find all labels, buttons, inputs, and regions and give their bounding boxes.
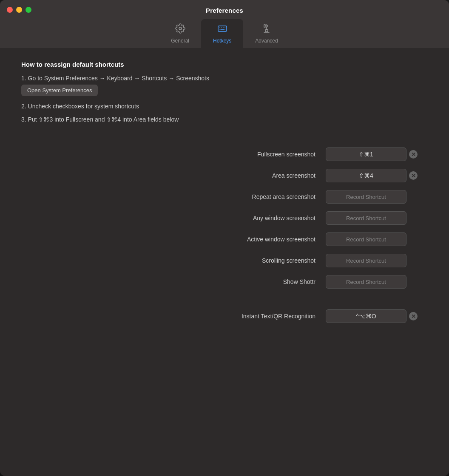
instruction-step-3: 3. Put ⇧⌘3 into Fullscreen and ⇧⌘4 into … bbox=[21, 115, 428, 124]
divider-bottom bbox=[21, 299, 428, 299]
shortcut-control-fullscreen: ⇧⌘1 ✕ bbox=[326, 147, 428, 161]
shortcut-field-show-shottr[interactable]: Record Shortcut bbox=[326, 275, 406, 289]
tab-general-label: General bbox=[171, 38, 189, 44]
shortcut-field-instant-text[interactable]: ^⌥⌘O bbox=[326, 309, 406, 323]
window-title: Preferences bbox=[206, 7, 243, 14]
shortcut-control-repeat-area: Record Shortcut bbox=[326, 190, 428, 204]
shortcut-label-any-window: Any window screenshot bbox=[21, 215, 315, 221]
shortcut-field-area[interactable]: ⇧⌘4 bbox=[326, 169, 406, 182]
maximize-button[interactable] bbox=[26, 7, 31, 13]
shortcut-control-area: ⇧⌘4 ✕ bbox=[326, 169, 428, 182]
microscope-icon bbox=[261, 23, 272, 35]
clear-fullscreen-icon: ✕ bbox=[409, 150, 418, 159]
shortcut-row-fullscreen: Fullscreen screenshot ⇧⌘1 ✕ bbox=[21, 146, 428, 163]
tabs-bar: General Hotkeys bbox=[159, 19, 290, 48]
tab-hotkeys[interactable]: Hotkeys bbox=[201, 19, 243, 48]
shortcut-row-repeat-area: Repeat area screenshot Record Shortcut bbox=[21, 188, 428, 205]
traffic-lights bbox=[7, 7, 31, 13]
bottom-shortcuts-grid: Instant Text/QR Recognition ^⌥⌘O ✕ bbox=[21, 308, 428, 325]
shortcut-row-instant-text: Instant Text/QR Recognition ^⌥⌘O ✕ bbox=[21, 308, 428, 325]
instruction-step-2: 2. Uncheck checkboxes for system shortcu… bbox=[21, 102, 428, 111]
clear-area-button[interactable]: ✕ bbox=[408, 170, 418, 181]
tab-advanced[interactable]: Advanced bbox=[243, 19, 290, 48]
shortcut-row-active-window: Active window screenshot Record Shortcut bbox=[21, 231, 428, 248]
shortcut-control-any-window: Record Shortcut bbox=[326, 211, 428, 225]
clear-fullscreen-button[interactable]: ✕ bbox=[408, 149, 418, 159]
clear-area-icon: ✕ bbox=[409, 171, 418, 180]
open-system-prefs-button[interactable]: Open System Preferences bbox=[21, 85, 98, 96]
instructions-heading: How to reassign default shortcuts bbox=[21, 61, 428, 68]
shortcut-row-area: Area screenshot ⇧⌘4 ✕ bbox=[21, 167, 428, 184]
shortcut-field-any-window[interactable]: Record Shortcut bbox=[326, 211, 406, 225]
minimize-button[interactable] bbox=[16, 7, 22, 13]
shortcut-field-active-window[interactable]: Record Shortcut bbox=[326, 232, 406, 246]
shortcut-control-show-shottr: Record Shortcut bbox=[326, 275, 428, 289]
tab-hotkeys-label: Hotkeys bbox=[213, 38, 231, 44]
close-button[interactable] bbox=[7, 7, 13, 13]
shortcut-label-scrolling: Scrolling screenshot bbox=[21, 257, 315, 264]
shortcut-control-active-window: Record Shortcut bbox=[326, 232, 428, 246]
tab-general[interactable]: General bbox=[159, 19, 201, 48]
shortcut-label-fullscreen: Fullscreen screenshot bbox=[21, 151, 315, 158]
instructions-section: How to reassign default shortcuts 1. Go … bbox=[21, 61, 428, 124]
svg-rect-0 bbox=[218, 26, 227, 31]
hotkeys-icon bbox=[217, 23, 227, 35]
shortcut-control-instant-text: ^⌥⌘O ✕ bbox=[326, 309, 428, 323]
title-bar: Preferences General bbox=[0, 0, 449, 48]
shortcut-label-area: Area screenshot bbox=[21, 172, 315, 179]
clear-instant-text-button[interactable]: ✕ bbox=[408, 311, 418, 321]
divider-top bbox=[21, 137, 428, 137]
shortcut-label-active-window: Active window screenshot bbox=[21, 236, 315, 243]
shortcut-row-show-shottr: Show Shottr Record Shortcut bbox=[21, 273, 428, 290]
shortcut-row-scrolling: Scrolling screenshot Record Shortcut bbox=[21, 252, 428, 269]
main-content: How to reassign default shortcuts 1. Go … bbox=[0, 48, 449, 476]
shortcut-field-scrolling[interactable]: Record Shortcut bbox=[326, 254, 406, 267]
preferences-window: Preferences General bbox=[0, 0, 449, 476]
shortcut-field-fullscreen[interactable]: ⇧⌘1 bbox=[326, 147, 406, 161]
instruction-step-1: 1. Go to System Preferences → Keyboard →… bbox=[21, 74, 428, 98]
shortcuts-grid: Fullscreen screenshot ⇧⌘1 ✕ Area screens… bbox=[21, 146, 428, 290]
shortcut-label-show-shottr: Show Shottr bbox=[21, 278, 315, 285]
tab-advanced-label: Advanced bbox=[255, 38, 278, 44]
shortcut-label-instant-text: Instant Text/QR Recognition bbox=[21, 313, 315, 320]
shortcut-control-scrolling: Record Shortcut bbox=[326, 254, 428, 267]
shortcut-row-any-window: Any window screenshot Record Shortcut bbox=[21, 210, 428, 227]
shortcut-field-repeat-area[interactable]: Record Shortcut bbox=[326, 190, 406, 204]
shortcut-label-repeat-area: Repeat area screenshot bbox=[21, 193, 315, 200]
clear-instant-text-icon: ✕ bbox=[409, 312, 418, 320]
gear-icon bbox=[175, 23, 185, 35]
